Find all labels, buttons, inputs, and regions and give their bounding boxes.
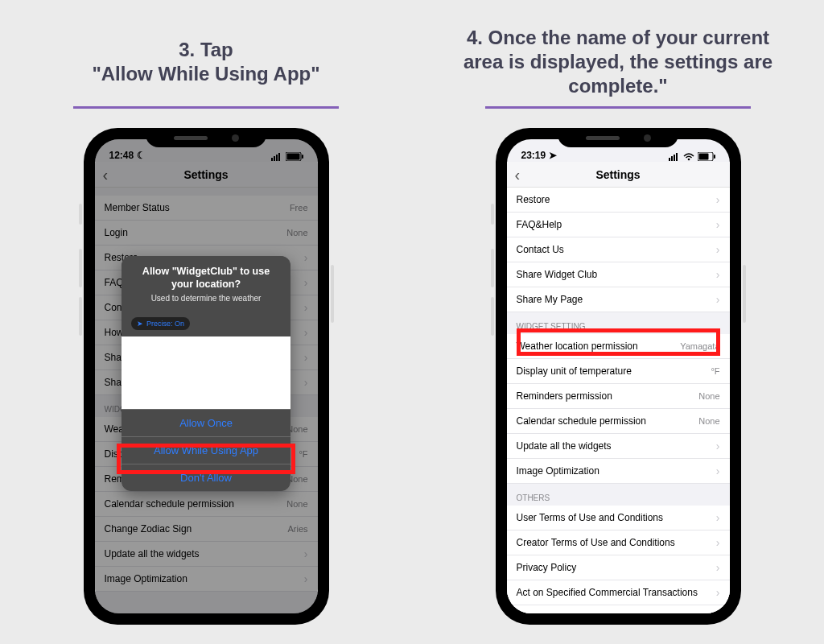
step-3-panel: 3. Tap "Allow While Using App" 12:48 ☾: [0, 0, 412, 625]
camera-icon: [232, 134, 239, 142]
row-label: Display unit of temperature: [517, 365, 632, 377]
phone-side-button: [491, 204, 494, 225]
phone-side-button: [79, 249, 82, 287]
settings-row[interactable]: Act on Specified Commercial Transactions…: [507, 580, 730, 605]
allow-while-using-button[interactable]: Allow While Using App: [122, 436, 290, 464]
chevron-right-icon: ›: [716, 243, 720, 256]
phone-side-button: [491, 297, 494, 336]
settings-row[interactable]: Contact Us›: [507, 237, 730, 262]
dialog-subtitle: Used to determine the weather: [131, 294, 281, 303]
chevron-right-icon: ›: [716, 586, 720, 599]
dialog-header: Allow "WidgetClub" to use your location?…: [122, 256, 290, 336]
precise-toggle[interactable]: ➤ Precise: On: [131, 317, 190, 330]
status-time: 23:19 ➤: [521, 150, 557, 161]
svg-rect-7: [669, 158, 670, 161]
settings-row[interactable]: Image Optimization›: [507, 459, 730, 484]
chevron-right-icon: ›: [716, 511, 720, 524]
svg-rect-13: [698, 154, 708, 160]
row-label: App version: [517, 612, 567, 613]
phone-frame: 23:19 ➤ ‹ Settings Rest: [496, 128, 741, 625]
chevron-right-icon: ›: [716, 536, 720, 549]
settings-row[interactable]: FAQ&Help›: [507, 213, 730, 237]
row-right: ›: [711, 536, 720, 549]
step3-caption: 3. Tap "Allow While Using App": [68, 0, 344, 103]
status-icons: [669, 152, 715, 161]
row-right: None: [698, 391, 719, 401]
phone-notch: [558, 128, 678, 147]
caption-line: complete.": [464, 74, 772, 98]
row-right: ›: [711, 440, 720, 452]
settings-row[interactable]: Calendar schedule permissionNone: [507, 409, 730, 434]
settings-row[interactable]: Reminders permissionNone: [507, 384, 730, 409]
divider: [73, 106, 339, 109]
divider: [485, 106, 751, 109]
phone-screen: 12:48 ☾ ‹ Settings Member StatusFreeLogi…: [95, 139, 318, 613]
row-right: ›: [711, 218, 720, 231]
row-label: Share Widget Club: [517, 269, 598, 280]
phone-screen: 23:19 ➤ ‹ Settings Rest: [507, 139, 730, 613]
row-label: Creator Terms of Use and Conditions: [517, 537, 675, 548]
chevron-right-icon: ›: [716, 464, 720, 477]
chevron-right-icon: ›: [716, 440, 720, 452]
settings-row[interactable]: Update all the widgets›: [507, 434, 730, 459]
row-right: ›: [711, 193, 720, 206]
chevron-right-icon: ›: [716, 561, 720, 574]
row-value: °F: [711, 366, 719, 376]
svg-rect-8: [671, 156, 673, 161]
settings-row[interactable]: Creator Terms of Use and Conditions›: [507, 530, 730, 555]
location-permission-dialog: Allow "WidgetClub" to use your location?…: [122, 256, 290, 491]
map-preview: [122, 336, 290, 409]
phone-side-button: [491, 249, 494, 287]
settings-row[interactable]: User Terms of Use and Conditions›: [507, 506, 730, 530]
caption-line: 4. Once the name of your current: [464, 26, 772, 50]
speaker-icon: [586, 136, 620, 140]
phone-side-button: [79, 297, 82, 336]
row-label: Act on Specified Commercial Transactions: [517, 587, 698, 598]
row-right: 3.7.0: [700, 613, 719, 613]
row-label: Image Optimization: [517, 465, 599, 477]
battery-icon: [698, 152, 715, 161]
svg-rect-10: [676, 153, 678, 161]
settings-row[interactable]: App version3.7.0: [507, 605, 730, 613]
location-arrow-icon: ➤: [137, 320, 143, 328]
caption-line: 3. Tap: [92, 38, 319, 62]
signal-icon: [669, 153, 680, 161]
row-label: Privacy Policy: [517, 562, 577, 573]
settings-row[interactable]: Share Widget Club›: [507, 262, 730, 287]
dialog-title: Allow "WidgetClub" to use your location?: [131, 266, 281, 291]
chevron-right-icon: ›: [716, 293, 720, 306]
settings-row[interactable]: Display unit of temperature°F: [507, 359, 730, 384]
row-label: Reminders permission: [517, 390, 612, 402]
svg-rect-14: [714, 155, 715, 159]
allow-once-button[interactable]: Allow Once: [122, 409, 290, 436]
row-right: Yamagata: [680, 341, 719, 351]
row-right: ›: [711, 464, 720, 477]
row-right: ›: [711, 293, 720, 306]
row-label: Weather location permission: [517, 341, 638, 352]
row-value: Yamagata: [680, 341, 719, 351]
svg-rect-9: [674, 155, 675, 161]
row-label: Contact Us: [517, 244, 564, 255]
dont-allow-button[interactable]: Don't Allow: [122, 464, 290, 491]
settings-row[interactable]: Weather location permissionYamagata: [507, 334, 730, 359]
row-value: None: [698, 391, 719, 401]
camera-icon: [644, 134, 651, 142]
back-icon[interactable]: ‹: [515, 165, 521, 184]
settings-row[interactable]: Share My Page›: [507, 287, 730, 312]
caption-line: "Allow While Using App": [92, 62, 319, 86]
nav-bar: ‹ Settings: [507, 162, 730, 188]
settings-list[interactable]: Restore›FAQ&Help›Contact Us›Share Widget…: [507, 188, 730, 613]
section-header: WIDGET SETTING: [507, 312, 730, 334]
row-right: ›: [711, 561, 720, 574]
row-right: ›: [711, 511, 720, 524]
svg-point-11: [687, 158, 690, 160]
precise-label: Precise: On: [146, 320, 184, 328]
settings-row[interactable]: Restore›: [507, 188, 730, 213]
phone-side-button: [331, 265, 334, 323]
chevron-right-icon: ›: [716, 268, 720, 281]
step-4-panel: 4. Once the name of your current area is…: [412, 0, 824, 625]
settings-row[interactable]: Privacy Policy›: [507, 555, 730, 580]
row-label: Share My Page: [517, 294, 583, 305]
row-label: Calendar schedule permission: [517, 415, 646, 427]
phone-side-button: [79, 204, 82, 225]
